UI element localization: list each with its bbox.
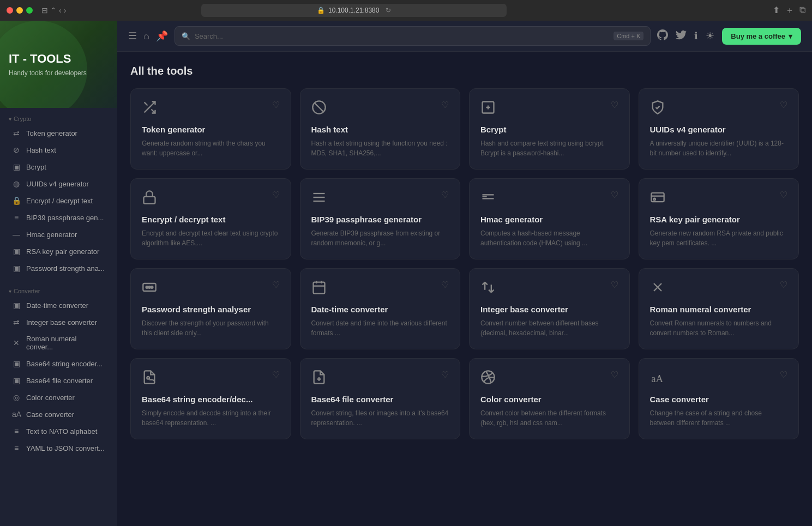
sidebar-item-bip39[interactable]: ≡ BIP39 passphrase gen...	[3, 209, 114, 226]
menu-icon[interactable]: ☰	[128, 30, 137, 42]
fingerprint-icon	[650, 100, 665, 118]
doc-icon	[142, 370, 157, 388]
tool-card-header: ♡	[311, 280, 449, 298]
sidebar-item-base64-file[interactable]: ▣ Base64 file converter	[3, 372, 114, 389]
favorite-button[interactable]: ♡	[780, 190, 787, 200]
sidebar-item-bcrypt[interactable]: ▣ Bcrypt	[3, 159, 114, 175]
twitter-icon[interactable]	[676, 29, 687, 43]
favorite-button[interactable]: ♡	[272, 370, 280, 380]
sidebar-item-integer-base[interactable]: ⇄ Integer base converter	[3, 314, 114, 330]
arrows-icon	[480, 280, 496, 298]
theme-icon[interactable]: ☀	[706, 30, 714, 42]
search-bar[interactable]: 🔍 Search... Cmd + K	[175, 26, 651, 46]
shuffle-icon: ⇄	[12, 129, 21, 137]
favorite-button[interactable]: ♡	[780, 280, 787, 290]
sidebar-item-password[interactable]: ▣ Password strength ana...	[3, 260, 114, 276]
tool-card-token-generator[interactable]: ♡ Token generator Generate random string…	[130, 88, 291, 170]
sidebar-item-base64-string[interactable]: ▣ Base64 string encoder...	[3, 355, 114, 372]
tool-card-case[interactable]: aA ♡ Case converter Change the case of a…	[639, 358, 799, 439]
favorite-button[interactable]: ♡	[611, 190, 618, 200]
tool-desc: Convert date and time into the various d…	[311, 318, 449, 338]
github-icon[interactable]	[657, 29, 668, 43]
maximize-button[interactable]	[26, 7, 33, 14]
tool-card-header: ♡	[311, 190, 449, 208]
sidebar-item-hmac[interactable]: — Hmac generator	[3, 226, 114, 243]
tool-card-header: ♡	[142, 370, 280, 388]
address-bar[interactable]: 🔒 10.100.1.21:8380 ↻	[201, 4, 507, 17]
svg-point-23	[147, 377, 149, 379]
sidebar-item-uuids[interactable]: ◍ UUIDs v4 generator	[3, 176, 114, 192]
svg-line-1	[314, 103, 323, 112]
tool-card-datetime[interactable]: ♡ Date-time converter Convert date and t…	[300, 268, 461, 349]
tool-card-encrypt[interactable]: ♡ Encrypt / decrypt text Encrypt and dec…	[130, 178, 291, 259]
share-icon[interactable]: ⬆	[773, 5, 780, 16]
favorite-button[interactable]: ♡	[441, 370, 449, 380]
tool-card-base64-file[interactable]: ♡ Base64 file converter Convert string, …	[300, 358, 461, 439]
tool-name: Bcrypt	[480, 125, 618, 134]
buy-coffee-button[interactable]: Buy me a coffee ▾	[722, 28, 801, 45]
shuffle-icon	[142, 100, 157, 118]
tool-card-header: ♡	[311, 370, 449, 388]
favorite-button[interactable]: ♡	[272, 280, 280, 290]
close-button[interactable]	[7, 7, 13, 14]
buy-coffee-label: Buy me a coffee	[731, 32, 785, 40]
page-title: All the tools	[130, 65, 799, 77]
sidebar-item-yaml[interactable]: ≡ YAML to JSON convert...	[3, 440, 114, 456]
svg-rect-17	[313, 282, 324, 294]
tool-card-header: ♡	[142, 100, 280, 118]
sidebar-item-datetime[interactable]: ▣ Date-time converter	[3, 297, 114, 313]
tool-card-base64-string[interactable]: ♡ Base64 string encoder/dec... Simply en…	[130, 358, 291, 439]
case-icon: aA	[12, 410, 21, 419]
minimize-button[interactable]	[16, 7, 23, 14]
tool-card-color[interactable]: ♡ Color converter Convert color between …	[469, 358, 630, 439]
url-text: 10.100.1.21:8380	[328, 7, 379, 14]
tool-card-uuids[interactable]: ♡ UUIDs v4 generator A universally uniqu…	[639, 88, 799, 170]
sidebar-item-color[interactable]: ◎ Color converter	[3, 389, 114, 406]
sidebar-item-encrypt[interactable]: 🔒 Encrypt / decrypt text	[3, 192, 114, 209]
pin-icon[interactable]: 📌	[156, 30, 168, 42]
new-tab-icon[interactable]: ＋	[785, 5, 794, 16]
search-placeholder: Search...	[195, 32, 223, 40]
favorite-button[interactable]: ♡	[611, 100, 618, 110]
sidebar-item-roman[interactable]: ✕ Roman numeral conver...	[3, 331, 114, 355]
home-icon[interactable]: ⌂	[143, 31, 149, 42]
sidebar-header: IT - TOOLS Handy tools for developers	[0, 21, 117, 108]
app-title: IT - TOOLS	[9, 52, 109, 66]
tool-desc: Hash and compare text string using bcryp…	[480, 138, 618, 158]
favorite-button[interactable]: ♡	[780, 100, 787, 110]
favorite-button[interactable]: ♡	[441, 190, 449, 200]
reload-icon[interactable]: ↻	[386, 7, 391, 14]
tool-card-hmac[interactable]: ♡ Hmac generator Computes a hash-based m…	[469, 178, 630, 259]
search-kbd: Cmd + K	[613, 32, 643, 40]
tool-card-bip39[interactable]: ♡ BIP39 passphrase generator Generate BI…	[300, 178, 461, 259]
favorite-button[interactable]: ♡	[780, 370, 787, 380]
main-content: All the tools ♡ Token generator Generate…	[117, 52, 812, 526]
tool-card-password[interactable]: ♡ Password strength analyser Discover th…	[130, 268, 291, 349]
info-icon[interactable]: ℹ	[694, 30, 698, 42]
favorite-button[interactable]: ♡	[441, 100, 449, 110]
tool-card-rsa[interactable]: ♡ RSA key pair generator Generate new ra…	[639, 178, 799, 259]
title-bar: ⊟ ⌃ ‹ › 🔒 10.100.1.21:8380 ↻ ⬆ ＋ ⧉	[0, 0, 812, 21]
tool-name: RSA key pair generator	[650, 215, 788, 224]
favorite-button[interactable]: ♡	[611, 280, 618, 290]
tool-card-bcrypt[interactable]: ♡ Bcrypt Hash and compare text string us…	[469, 88, 630, 170]
tool-name: BIP39 passphrase generator	[311, 215, 449, 224]
sidebar-item-rsa[interactable]: ▣ RSA key pair generator	[3, 243, 114, 259]
favorite-button[interactable]: ♡	[272, 190, 280, 200]
favorite-button[interactable]: ♡	[272, 100, 280, 110]
sidebar-item-case[interactable]: aA Case converter	[3, 406, 114, 422]
tool-card-hash-text[interactable]: ♡ Hash text Hash a text string using the…	[300, 88, 461, 170]
favorite-button[interactable]: ♡	[611, 370, 618, 380]
nato-icon: ≡	[12, 427, 21, 436]
tool-card-header: ♡	[142, 190, 280, 208]
tool-card-roman[interactable]: ♡ Roman numeral converter Convert Roman …	[639, 268, 799, 349]
favorite-button[interactable]: ♡	[441, 280, 449, 290]
tool-name: Token generator	[142, 125, 280, 134]
tool-card-integer-base[interactable]: ♡ Integer base converter Convert number …	[469, 268, 630, 349]
sidebar-category-converter: ▾ Converter	[0, 283, 117, 297]
windows-icon[interactable]: ⧉	[799, 5, 805, 16]
tool-name: Color converter	[480, 395, 618, 404]
sidebar-item-nato[interactable]: ≡ Text to NATO alphabet	[3, 423, 114, 439]
sidebar-item-hash-text[interactable]: ⊘ Hash text	[3, 142, 114, 158]
sidebar-item-token-generator[interactable]: ⇄ Token generator	[3, 125, 114, 141]
